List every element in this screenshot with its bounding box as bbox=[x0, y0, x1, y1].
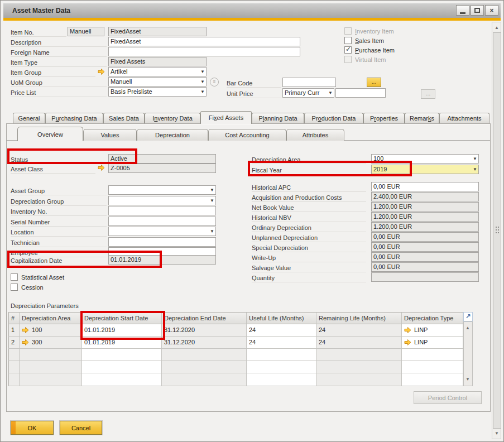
fiscal-year-select[interactable]: 2019▼ bbox=[371, 165, 479, 174]
table-row-2-type[interactable]: LINP bbox=[402, 337, 463, 349]
col-header-depreciation-type[interactable]: Depreciation Type bbox=[402, 312, 463, 324]
table-empty-cell[interactable] bbox=[20, 373, 82, 386]
cession-checkbox[interactable]: Cession bbox=[11, 284, 44, 291]
bar-code-browse-button[interactable]: ... bbox=[367, 78, 381, 87]
link-arrow-icon[interactable] bbox=[22, 339, 29, 345]
uom-group-select[interactable]: Manuell▼ bbox=[108, 77, 207, 87]
table-row-1-end-date[interactable]: 31.12.2020 bbox=[162, 324, 247, 337]
cancel-button[interactable]: Cancel bbox=[60, 421, 102, 435]
table-empty-cell[interactable] bbox=[8, 373, 20, 386]
unit-price-field[interactable] bbox=[335, 88, 386, 98]
depreciation-area-select[interactable]: 100▼ bbox=[371, 154, 479, 164]
inventory-no-field[interactable] bbox=[108, 206, 216, 215]
unit-price-currency-select[interactable]: Primary Curr▼ bbox=[282, 88, 334, 98]
price-list-select[interactable]: Basis Preisliste▼ bbox=[108, 87, 207, 97]
table-empty-cell[interactable] bbox=[162, 361, 247, 373]
table-scrollbar[interactable]: ▲ ▼ bbox=[463, 321, 473, 386]
item-no-field[interactable]: FixedAsset bbox=[108, 27, 207, 36]
table-row-2-start-date[interactable]: 01.01.2019 bbox=[82, 337, 162, 349]
tab-fixed-assets[interactable]: Fixed Assets bbox=[200, 111, 252, 124]
table-empty-cell[interactable] bbox=[316, 361, 402, 373]
col-header-depreciation-end-date[interactable]: Depreciation End Date bbox=[162, 312, 247, 324]
table-empty-cell[interactable] bbox=[82, 349, 162, 361]
subtab-depreciation[interactable]: Depreciation bbox=[137, 129, 208, 141]
maximize-grid-icon[interactable]: ↗ bbox=[463, 312, 473, 321]
purchase-item-checkbox[interactable]: Purchase Item bbox=[344, 46, 395, 54]
table-empty-cell[interactable] bbox=[82, 361, 162, 373]
table-row-1-area[interactable]: 100 bbox=[20, 324, 82, 337]
table-empty-cell[interactable] bbox=[8, 349, 20, 361]
table-empty-cell[interactable] bbox=[162, 349, 247, 361]
item-type-field[interactable]: Fixed Assets bbox=[108, 57, 207, 66]
table-empty-cell[interactable] bbox=[247, 349, 316, 361]
table-empty-cell[interactable] bbox=[316, 373, 402, 386]
minimize-button[interactable] bbox=[456, 5, 469, 16]
table-row-2-num[interactable]: 2 bbox=[8, 337, 20, 349]
table-row-2-remaining-life[interactable]: 24 bbox=[316, 337, 402, 349]
table-row-1-type[interactable]: LINP bbox=[402, 324, 463, 337]
serial-number-field[interactable] bbox=[108, 217, 216, 226]
subtab-values[interactable]: Values bbox=[83, 129, 137, 141]
description-field[interactable]: FixedAsset bbox=[108, 37, 300, 46]
table-row-1-start-date[interactable]: 01.01.2019 bbox=[82, 324, 162, 337]
tab-properties[interactable]: Properties bbox=[363, 113, 405, 123]
close-button[interactable]: × bbox=[485, 5, 498, 16]
table-row-1-remaining-life[interactable]: 24 bbox=[316, 324, 402, 337]
col-header-useful-life[interactable]: Useful Life (Months) bbox=[247, 312, 316, 324]
col-header-remaining-life[interactable]: Remaining Life (Months) bbox=[316, 312, 402, 324]
col-header-depreciation-start-date[interactable]: Depreciation Start Date bbox=[82, 312, 162, 324]
table-empty-cell[interactable] bbox=[402, 361, 463, 373]
item-no-prefix-field[interactable]: Manuell bbox=[68, 27, 104, 36]
scroll-down-icon[interactable]: ▼ bbox=[465, 377, 470, 382]
technician-field[interactable] bbox=[108, 237, 216, 247]
table-row-2-end-date[interactable]: 31.12.2020 bbox=[162, 337, 247, 349]
item-group-select[interactable]: Artikel▼ bbox=[108, 67, 207, 76]
tab-planning-data[interactable]: Planning Data bbox=[252, 113, 304, 123]
table-empty-cell[interactable] bbox=[20, 361, 82, 373]
depreciation-group-select[interactable]: ▼ bbox=[108, 196, 216, 205]
table-empty-cell[interactable] bbox=[402, 349, 463, 361]
location-select[interactable]: ▼ bbox=[108, 227, 216, 236]
table-empty-cell[interactable] bbox=[82, 373, 162, 386]
subtab-attributes[interactable]: Attributes bbox=[286, 129, 344, 141]
scroll-up-icon[interactable]: ▲ bbox=[465, 325, 470, 330]
link-arrow-icon[interactable] bbox=[404, 327, 411, 333]
tab-sales-data[interactable]: Sales Data bbox=[103, 113, 145, 123]
tab-remarks[interactable]: Remarks bbox=[405, 113, 439, 123]
table-row-1-num[interactable]: 1 bbox=[8, 324, 20, 337]
uom-list-icon[interactable]: ≡ bbox=[210, 78, 219, 87]
statistical-asset-checkbox[interactable]: Statistical Asset bbox=[11, 273, 64, 281]
table-empty-cell[interactable] bbox=[247, 373, 316, 386]
tab-purchasing-data[interactable]: Purchasing Data bbox=[45, 113, 103, 123]
sales-item-checkbox[interactable]: Sales Item bbox=[344, 37, 384, 44]
link-arrow-icon[interactable] bbox=[98, 165, 105, 171]
tab-general[interactable]: General bbox=[13, 113, 45, 123]
tab-attachments[interactable]: Attachments bbox=[439, 113, 489, 123]
historical-apc-field[interactable]: 0,00 EUR bbox=[371, 182, 479, 191]
table-empty-cell[interactable] bbox=[8, 361, 20, 373]
link-arrow-icon[interactable] bbox=[404, 339, 411, 345]
col-header-depreciation-area[interactable]: Depreciation Area bbox=[20, 312, 82, 324]
window-scrollbar[interactable]: ▲ ▼ bbox=[492, 22, 501, 439]
maximize-button[interactable] bbox=[471, 5, 484, 16]
link-arrow-icon[interactable] bbox=[98, 69, 105, 75]
asset-group-select[interactable]: ▼ bbox=[108, 185, 216, 195]
table-row-1-useful-life[interactable]: 24 bbox=[247, 324, 316, 337]
table-row-2-useful-life[interactable]: 24 bbox=[247, 337, 316, 349]
window-titlebar[interactable]: Asset Master Data × bbox=[3, 3, 501, 18]
tab-production-data[interactable]: Production Data bbox=[304, 113, 363, 123]
table-empty-cell[interactable] bbox=[316, 349, 402, 361]
foreign-name-field[interactable] bbox=[108, 47, 300, 56]
table-empty-cell[interactable] bbox=[247, 361, 316, 373]
subtab-overview[interactable]: Overview bbox=[17, 127, 83, 141]
table-empty-cell[interactable] bbox=[402, 373, 463, 386]
tab-inventory-data[interactable]: Inventory Data bbox=[145, 113, 200, 123]
ok-button[interactable]: OK bbox=[11, 421, 54, 435]
table-empty-cell[interactable] bbox=[20, 349, 82, 361]
scroll-up-icon[interactable]: ▲ bbox=[495, 25, 499, 30]
scrollbar-thumb[interactable] bbox=[493, 32, 501, 429]
subtab-cost-accounting[interactable]: Cost Accounting bbox=[208, 129, 286, 141]
table-row-2-area[interactable]: 300 bbox=[20, 337, 82, 349]
col-header-num[interactable]: # bbox=[8, 312, 20, 324]
bar-code-field[interactable] bbox=[282, 78, 336, 87]
